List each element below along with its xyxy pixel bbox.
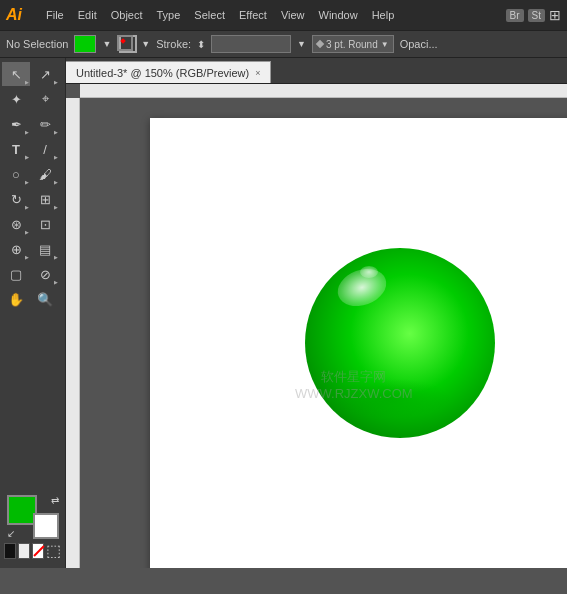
gradient-button[interactable]: ⬚ [46,541,61,560]
color-section: ⇄ ↙ ⬚ [2,491,63,564]
bridge-button[interactable]: Br [506,9,524,22]
menu-select[interactable]: Select [188,7,231,23]
canvas-viewport: 软件星字网 WWW.RJZXW.COM [90,108,567,568]
column-graph-tool[interactable]: ▤▶ [31,237,59,261]
stroke-indicator[interactable] [117,35,135,53]
stroke-color-swatch[interactable] [33,513,59,539]
tool-row-shape: ○▶ 🖌▶ [2,162,63,186]
pt-round-arrow[interactable]: ▼ [381,40,389,49]
tool-row-selection: ↖▶ ↗▶ [2,62,63,86]
fill-stroke-group: ⇄ ↙ [7,495,59,539]
brush-tool[interactable]: 🖌▶ [31,162,59,186]
toolbar: ↖▶ ↗▶ ✦ ⌖ ✒▶ ✏▶ T▶ /▶ ○▶ 🖌▶ ↻▶ ⊞▶ ⊛▶ [0,58,66,568]
lasso-tool[interactable]: ⌖ [31,87,59,111]
menu-window[interactable]: Window [313,7,364,23]
stroke-value-dropdown[interactable]: ▼ [297,39,306,49]
options-bar: No Selection ▼ ▼ Stroke: ⬍ ▼ 3 pt. Round… [0,30,567,58]
tool-row-rotate: ↻▶ ⊞▶ [2,187,63,211]
fill-dropdown-arrow[interactable]: ▼ [102,39,111,49]
direct-selection-tool[interactable]: ↗▶ [31,62,59,86]
ruler-horizontal [80,84,567,98]
tool-row-warp: ⊛▶ ⊡ [2,212,63,236]
menu-type[interactable]: Type [151,7,187,23]
green-ball-shape[interactable] [305,248,495,438]
tool-row-hand: ✋ 🔍 [2,287,63,311]
ball-highlight-small [360,266,378,278]
selection-tool[interactable]: ↖▶ [2,62,30,86]
stroke-label: Stroke: [156,38,191,50]
artboard: 软件星字网 WWW.RJZXW.COM [150,118,567,568]
ball-reflection-bottom [330,378,450,418]
menu-effect[interactable]: Effect [233,7,273,23]
title-bar: Ai File Edit Object Type Select Effect V… [0,0,567,30]
warp-tool[interactable]: ⊛▶ [2,212,30,236]
tool-row-pen: ✒▶ ✏▶ [2,112,63,136]
menu-help[interactable]: Help [366,7,401,23]
tool-row-symbol: ⊕▶ ▤▶ [2,237,63,261]
scale-tool[interactable]: ⊞▶ [31,187,59,211]
green-ball-container [305,248,495,438]
none-color-icon[interactable]: ↙ [7,528,15,539]
line-tool[interactable]: /▶ [31,137,59,161]
zoom-tool[interactable]: 🔍 [31,287,59,311]
pt-round-label: 3 pt. Round [326,39,378,50]
slice-tool[interactable]: ⊘▶ [31,262,59,286]
white-fill-button[interactable] [18,543,30,559]
hand-tool[interactable]: ✋ [2,287,30,311]
main-layout: ↖▶ ↗▶ ✦ ⌖ ✒▶ ✏▶ T▶ /▶ ○▶ 🖌▶ ↻▶ ⊞▶ ⊛▶ [0,58,567,568]
stock-button[interactable]: St [528,9,545,22]
app-logo: Ai [6,6,34,24]
black-fill-button[interactable] [4,543,16,559]
menu-object[interactable]: Object [105,7,149,23]
pt-round-selector[interactable]: 3 pt. Round ▼ [312,35,394,53]
extra-color-row: ⬚ [4,541,61,560]
artboard-tool[interactable]: ▢ [2,262,30,286]
magic-wand-tool[interactable]: ✦ [2,87,30,111]
canvas-area: Untitled-3* @ 150% (RGB/Preview) × [66,58,567,568]
document-tab-title: Untitled-3* @ 150% (RGB/Preview) [76,67,249,79]
tool-row-artboard: ▢ ⊘▶ [2,262,63,286]
menu-edit[interactable]: Edit [72,7,103,23]
ruler-vertical [66,98,80,568]
menu-view[interactable]: View [275,7,311,23]
opacity-label: Opaci... [400,38,438,50]
no-fill-button[interactable] [32,543,44,559]
document-tab[interactable]: Untitled-3* @ 150% (RGB/Preview) × [66,61,271,83]
swap-colors-icon[interactable]: ⇄ [51,495,59,506]
ellipse-tool[interactable]: ○▶ [2,162,30,186]
symbol-tool[interactable]: ⊕▶ [2,237,30,261]
rotate-tool[interactable]: ↻▶ [2,187,30,211]
selection-label: No Selection [6,38,68,50]
fill-color-box[interactable] [74,35,96,53]
menu-bar: File Edit Object Type Select Effect View… [40,7,500,23]
workspace-switcher-icon[interactable]: ⊞ [549,7,561,23]
free-transform-tool[interactable]: ⊡ [31,212,59,236]
title-bar-right: Br St ⊞ [506,7,561,23]
tool-row-type: T▶ /▶ [2,137,63,161]
tab-bar: Untitled-3* @ 150% (RGB/Preview) × [66,58,567,84]
tab-close-button[interactable]: × [255,68,260,78]
pencil-tool[interactable]: ✏▶ [31,112,59,136]
tool-row-magic: ✦ ⌖ [2,87,63,111]
canvas-white-area[interactable]: 软件星字网 WWW.RJZXW.COM [66,84,567,568]
pen-tool[interactable]: ✒▶ [2,112,30,136]
type-tool[interactable]: T▶ [2,137,30,161]
menu-file[interactable]: File [40,7,70,23]
stroke-value-arrows[interactable]: ⬍ [197,39,205,50]
stroke-indicator-arrow[interactable]: ▼ [141,39,150,49]
stroke-value-box[interactable] [211,35,291,53]
